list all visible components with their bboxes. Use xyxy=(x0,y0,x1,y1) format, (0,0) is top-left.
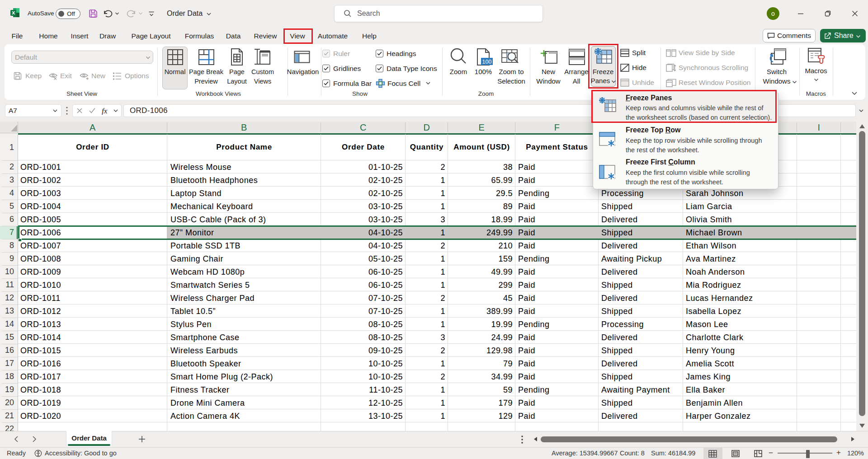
svg-text:fx: fx xyxy=(102,107,108,115)
svg-text:100: 100 xyxy=(482,59,492,65)
